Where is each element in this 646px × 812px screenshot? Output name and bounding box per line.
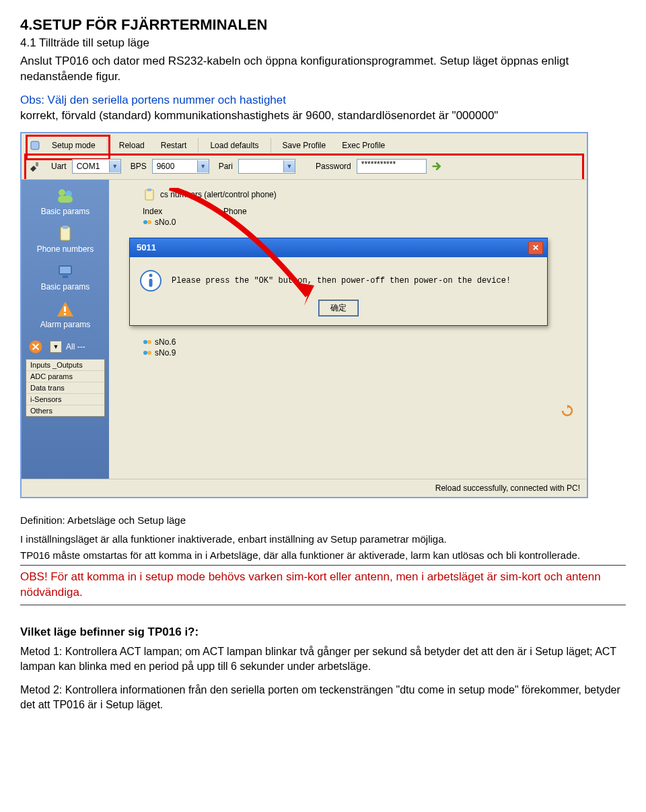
svg-rect-9	[63, 275, 68, 278]
sidebar-label: Phone numbers	[37, 244, 94, 254]
svg-rect-23	[149, 279, 153, 287]
svg-point-20	[147, 351, 151, 355]
sidebar-sublist: Inputs _Outputs ADC params Data trans i-…	[26, 359, 105, 417]
modal-buttons: 确定	[130, 300, 547, 325]
plug-icon	[28, 160, 42, 173]
heading-2: 4.1 Tillträde till setup läge	[20, 36, 626, 50]
svg-rect-10	[64, 306, 66, 312]
go-icon[interactable]	[431, 160, 444, 173]
sidebar-item-basic[interactable]: Basic params	[22, 182, 109, 220]
arrows-icon	[26, 337, 46, 356]
warning-text: OBS! För att komma in i setup mode behöv…	[20, 570, 626, 601]
content-area: cs numbers (alert/control phone) Index P…	[109, 180, 587, 479]
info-icon	[139, 269, 162, 292]
sidebar-label: Alarm params	[40, 320, 91, 329]
sidebar-item-data[interactable]: Data trans	[26, 382, 104, 394]
modal-body: Please press the "OK" button, then power…	[130, 257, 547, 300]
svg-point-18	[147, 340, 151, 344]
reload-button[interactable]: Reload	[113, 137, 151, 154]
statusbar: Reload successfully, connected with PC!	[22, 479, 587, 497]
obs-line-2: korrekt, förvald (standard) kommunikatio…	[20, 109, 498, 122]
sidebar-label: Basic params	[41, 207, 90, 216]
table-header: Index Phone	[143, 207, 580, 216]
bullet-icon	[143, 217, 152, 227]
svg-rect-4	[58, 196, 73, 203]
svg-rect-0	[31, 141, 39, 149]
bps-value: 9600	[153, 162, 197, 171]
separator	[198, 138, 199, 153]
modal-message: Please press the "OK" button, then power…	[172, 276, 511, 285]
sidebar-item-all[interactable]: ▼ All ---	[22, 333, 109, 358]
app-window: Setup mode Reload Restart Load defaults …	[20, 132, 588, 498]
svg-point-22	[149, 273, 153, 277]
svg-rect-14	[147, 189, 151, 191]
svg-rect-1	[36, 162, 38, 166]
svg-point-2	[59, 189, 65, 196]
uart-select[interactable]: COM1 ▼	[72, 159, 121, 174]
svg-point-15	[143, 220, 147, 224]
table-row: sNo.0	[143, 217, 580, 227]
definition-title: Definition: Arbetsläge och Setup läge	[20, 514, 626, 526]
bullet-icon	[143, 348, 152, 358]
modal-titlebar: 5011 ✕	[130, 238, 547, 257]
intro-paragraph: Anslut TP016 och dator med RS232-kabeln …	[20, 54, 626, 85]
clipboard-icon	[143, 188, 156, 201]
sidebar-item-isensors[interactable]: i-Sensors	[26, 394, 104, 405]
setup-icon	[28, 139, 42, 152]
sidebar-label: Basic params	[41, 282, 90, 292]
exec-profile-button[interactable]: Exec Profile	[336, 137, 391, 154]
method-1: Metod 1: Kontrollera ACT lampan; om ACT …	[20, 644, 626, 673]
bullet-icon	[143, 337, 152, 347]
password-label: Password	[316, 162, 351, 171]
password-input[interactable]: ***********	[357, 159, 427, 174]
sidebar-item-alarm[interactable]: Alarm params	[22, 296, 109, 333]
toolbar: Setup mode Reload Restart Load defaults …	[22, 133, 587, 156]
param-row: Uart COM1 ▼ BPS 9600 ▼ Pari ▼ Password *…	[22, 156, 587, 179]
svg-point-17	[143, 340, 147, 344]
pari-select[interactable]: ▼	[238, 159, 295, 174]
obs-line-1: Obs: Välj den seriella portens nummer oc…	[20, 94, 286, 106]
divider	[20, 565, 626, 566]
separator	[271, 138, 271, 153]
pari-label: Pari	[219, 162, 233, 171]
svg-point-19	[143, 351, 147, 355]
setup-mode-button[interactable]: Setup mode	[46, 137, 102, 154]
svg-point-16	[147, 220, 151, 224]
svg-rect-6	[63, 226, 68, 229]
bps-select[interactable]: 9600 ▼	[152, 159, 209, 174]
close-icon[interactable]: ✕	[528, 241, 543, 255]
refresh-icon[interactable]	[561, 405, 573, 417]
table-row: sNo.9	[143, 348, 580, 358]
clipboard-icon	[55, 224, 75, 243]
warning-icon	[55, 300, 75, 318]
load-defaults-button[interactable]: Load defaults	[204, 137, 264, 154]
sidebar-label: All ---	[66, 342, 85, 351]
row-index: sNo.0	[155, 217, 176, 227]
modal-title-text: 5011	[137, 242, 156, 252]
sidebar-item-phone[interactable]: Phone numbers	[22, 220, 109, 258]
save-profile-button[interactable]: Save Profile	[277, 137, 332, 154]
bps-label: BPS	[131, 162, 147, 171]
separator	[107, 138, 108, 153]
chevron-down-icon: ▼	[197, 160, 209, 172]
sidebar-item-basic2[interactable]: Basic params	[22, 258, 109, 296]
col-index: Index	[143, 207, 196, 216]
content-header: cs numbers (alert/control phone)	[143, 188, 580, 201]
table-row: sNo.6	[143, 337, 580, 347]
col-phone: Phone	[223, 207, 247, 216]
people-icon	[55, 187, 75, 205]
obs-paragraph: Obs: Välj den seriella portens nummer oc…	[20, 93, 626, 124]
ok-button[interactable]: 确定	[319, 300, 358, 316]
uart-label: Uart	[51, 162, 67, 171]
sidebar-item-adc[interactable]: ADC params	[26, 371, 104, 382]
modal-dialog: 5011 ✕ Please press the "OK" button, the…	[129, 238, 548, 326]
restart-button[interactable]: Restart	[155, 137, 193, 154]
sidebar-item-others[interactable]: Others	[26, 405, 104, 416]
content-header-text: cs numbers (alert/control phone)	[160, 190, 277, 199]
divider	[20, 605, 626, 605]
sidebar: Basic params Phone numbers Basic params …	[22, 180, 109, 479]
chevron-down-icon: ▼	[283, 160, 295, 172]
definition-p1: I inställningsläget är alla funktioner i…	[20, 533, 626, 546]
sidebar-item-io[interactable]: Inputs _Outputs	[26, 360, 104, 371]
uart-value: COM1	[73, 162, 109, 171]
